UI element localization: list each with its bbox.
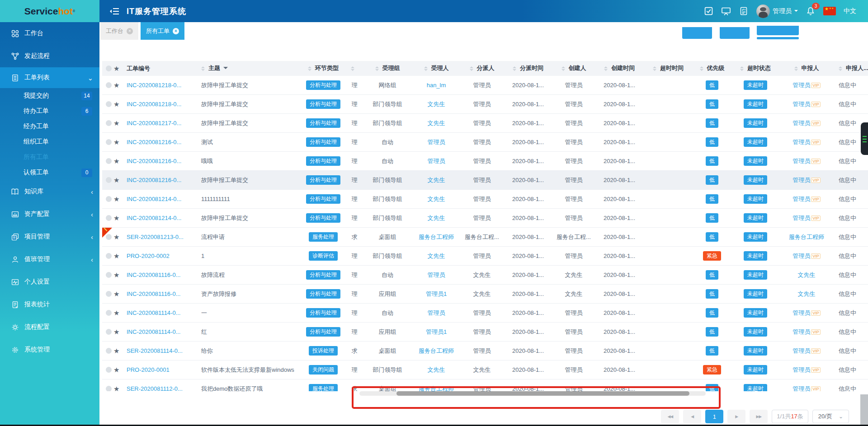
ticket-id-link[interactable]: INC-2020081214-0... [127,215,181,221]
column-header[interactable]: 优先级 [693,64,731,73]
handler-link[interactable]: 文先生 [428,101,445,108]
sort-icon[interactable] [740,65,744,73]
handler-link[interactable]: 服务台工程师 [419,347,454,354]
sort-icon[interactable] [201,65,205,73]
clipped-action-button[interactable] [757,26,799,35]
column-header[interactable]: 受理组 [362,64,413,73]
column-header[interactable]: 创建时间 [595,64,643,73]
ticket-id-link[interactable]: INC-2020081214-0... [127,196,181,202]
row-select-radio[interactable] [106,272,112,278]
applicant-link[interactable]: 管理员 [793,253,810,259]
applicant-link[interactable]: 管理员 [793,120,810,126]
sort-icon[interactable] [513,65,516,73]
handler-link[interactable]: 管理员 [428,139,445,145]
sort-icon[interactable] [839,65,842,73]
handler-link[interactable]: han_lm [427,82,446,89]
sort-icon[interactable] [604,65,608,73]
applicant-link[interactable]: 管理员 [793,309,810,316]
prev-page-button[interactable]: ◀ [683,410,701,423]
handler-link[interactable]: 文先生 [428,120,445,126]
scroll-minimap[interactable] [861,122,868,155]
sidebar-item-flow-config[interactable]: 流程配置 [0,316,99,338]
checklist-icon[interactable] [739,6,749,16]
tasks-icon[interactable] [703,6,713,16]
table-row[interactable]: ★INC-2020081114-0...一分析与处理理自动管理员管理员2020-… [102,304,868,323]
favorite-star-icon[interactable]: ★ [113,272,119,278]
handler-link[interactable]: 文先生 [428,215,445,221]
applicant-link[interactable]: 管理员 [793,215,810,221]
favorite-star-icon[interactable]: ★ [113,347,119,354]
ticket-id-link[interactable]: INC-2020081217-0... [127,120,181,126]
tab-workbench[interactable]: 工作台 × [100,22,138,40]
applicant-link[interactable]: 管理员 [793,347,810,354]
sidebar-item-claim-ticket[interactable]: 认领工单0 [0,165,99,180]
row-select-radio[interactable] [106,215,112,221]
close-icon[interactable]: × [173,28,179,34]
sidebar-item-knowledge[interactable]: 知识库‹ [0,180,99,203]
table-row[interactable]: ★PRO-2020-0001软件版本太低无法支撑最新windows关闭问题理部门… [102,360,868,379]
handler-link[interactable]: 服务台工程师 [419,385,454,392]
row-select-radio[interactable] [106,120,112,126]
column-header[interactable]: 分派人 [460,64,504,73]
handler-link[interactable]: 管理员1 [426,328,447,335]
table-row[interactable]: ★INC-2020081216-0...故障申报工单提交分析与处理理部门领导组文… [102,171,868,190]
table-row[interactable]: ★INC-2020081114-0...红分析与处理理应用组管理员1管理员202… [102,323,868,342]
column-header[interactable]: 超时时间 [643,64,693,73]
applicant-link[interactable]: 文先生 [798,290,816,297]
sidebar-item-asset-config[interactable]: 资产配置‹ [0,203,99,225]
page-size-select[interactable]: 20/页 ⌄ [812,410,849,423]
column-header[interactable]: 受理人 [413,64,460,73]
table-row[interactable]: ★INC-2020081116-0...资产故障报修分析与处理理应用组管理员1文… [102,285,868,304]
select-all-radio[interactable] [106,66,112,71]
row-select-radio[interactable] [106,82,112,88]
monitor-icon[interactable] [721,6,731,16]
ticket-id-link[interactable]: INC-2020081114-0... [127,328,180,335]
column-header[interactable]: 工单编号 [123,65,197,73]
favorite-star-icon[interactable]: ★ [113,234,119,240]
close-icon[interactable]: × [127,28,133,34]
column-header[interactable]: 超时状态 [731,64,780,73]
horizontal-scrollbar-thumb[interactable] [396,391,689,396]
sort-icon[interactable] [794,65,798,73]
sort-icon[interactable] [653,65,656,73]
sidebar-item-ticket-list[interactable]: 工单列表⌄ [0,67,99,88]
applicant-link[interactable]: 管理员 [793,328,810,335]
favorite-star-icon[interactable]: ★ [113,215,119,221]
sidebar-item-start-flow[interactable]: 发起流程 [0,45,99,67]
handler-link[interactable]: 管理员1 [426,290,447,297]
last-page-button[interactable]: ▶▶ [750,410,768,423]
table-row[interactable]: ★INC-2020081216-0...测试分析与处理理自动管理员管理员2020… [102,133,868,152]
applicant-link[interactable]: 管理员 [793,177,810,183]
handler-link[interactable]: 文先生 [428,253,445,259]
ticket-id-link[interactable]: PRO-2020-0001 [127,366,170,373]
sort-icon[interactable] [424,65,428,73]
ticket-id-link[interactable]: INC-2020081216-0... [127,139,181,145]
page-number-button[interactable]: 1 [705,410,723,423]
column-header[interactable]: 环节类型 [300,64,347,73]
favorite-star-icon[interactable]: ★ [113,385,119,391]
table-row[interactable]: ★INC-2020081214-0...1111111111分析与处理理部门领导… [102,190,868,209]
column-header[interactable]: 创建人 [552,64,595,73]
language-switch[interactable]: 中文 [844,7,856,15]
favorite-star-icon[interactable]: ★ [113,196,119,202]
sidebar-item-handled-ticket[interactable]: 经办工单 [0,119,99,134]
column-header[interactable]: 申报人 [780,64,833,73]
row-select-radio[interactable] [106,310,112,316]
china-flag-icon[interactable]: ★★★ [823,7,836,15]
sidebar-item-all-ticket[interactable]: 所有工单 [0,150,99,165]
ticket-id-link[interactable]: INC-2020081218-0... [127,82,181,89]
user-menu[interactable]: 管理员 [756,5,798,18]
favorite-star-icon[interactable]: ★ [113,366,119,373]
row-select-radio[interactable] [106,253,112,259]
handler-link[interactable]: 服务台工程师 [419,234,454,240]
applicant-link[interactable]: 管理员 [793,196,810,202]
vertical-scrollbar-thumb[interactable] [860,394,868,425]
handler-link[interactable]: 管理员 [428,309,445,316]
row-select-radio[interactable] [106,367,112,373]
applicant-link[interactable]: 管理员 [793,82,810,89]
handler-link[interactable]: 管理员 [428,158,445,164]
table-row[interactable]: ★INC-2020081216-0...哦哦分析与处理理自动管理员管理员2020… [102,152,868,171]
handler-link[interactable]: 管理员 [428,272,445,278]
row-select-radio[interactable] [106,196,112,202]
favorite-star-icon[interactable]: ★ [113,253,119,259]
